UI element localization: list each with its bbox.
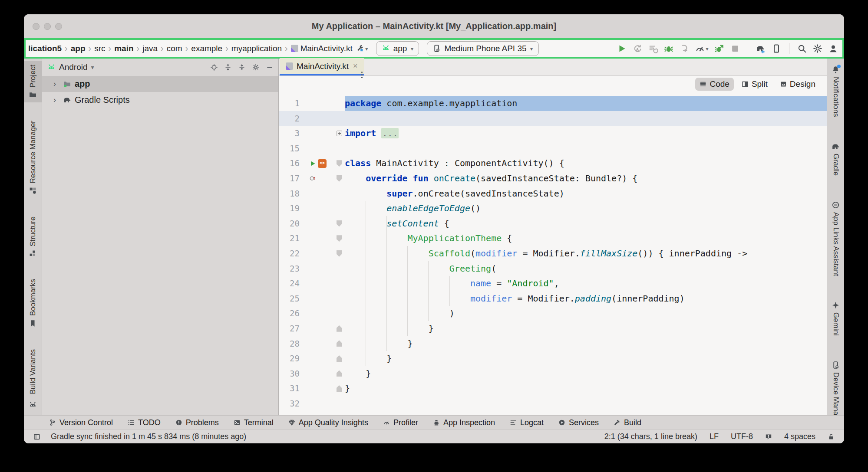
code-line-32[interactable]: 32 xyxy=(279,396,827,411)
run-button[interactable] xyxy=(617,44,627,53)
zoom-button[interactable] xyxy=(55,23,62,30)
attach-debugger-button[interactable] xyxy=(680,44,689,53)
expand-chevron-icon[interactable]: › xyxy=(53,95,59,105)
code-line-19[interactable]: 19 enableEdgeToEdge() xyxy=(279,201,827,216)
fold-marker-open[interactable] xyxy=(337,250,342,257)
debug-button[interactable] xyxy=(664,44,673,53)
code-line-1[interactable]: 1package com.example.myapplication xyxy=(279,96,827,111)
device-select[interactable]: Medium Phone API 35 ▾ xyxy=(427,41,538,56)
fold-marker-close[interactable] xyxy=(337,325,342,332)
expand-chevron-icon[interactable]: › xyxy=(53,79,59,88)
code-line-15[interactable]: 15 xyxy=(279,141,827,156)
toolwindow-button-todo[interactable]: TODO xyxy=(128,418,161,427)
toolwindow-button-problems[interactable]: Problems xyxy=(175,418,219,427)
code-line-31[interactable]: 31} xyxy=(279,381,827,396)
tool-stripe-build-variants[interactable]: Build Variants xyxy=(24,346,42,398)
code-line-16[interactable]: 16<>class MainActivity : ComponentActivi… xyxy=(279,156,827,171)
code-line-27[interactable]: 27 } xyxy=(279,321,827,336)
code-line-20[interactable]: 20 setContent { xyxy=(279,216,827,231)
tool-stripe-project[interactable]: Project xyxy=(24,61,42,102)
breadcrumb-java[interactable]: java xyxy=(142,44,158,53)
close-button[interactable] xyxy=(33,23,40,30)
tool-stripe-app-links-assistant[interactable]: App Links Assistant xyxy=(827,197,844,279)
minimize-button[interactable] xyxy=(44,23,51,30)
toolwindow-button-logcat[interactable]: Logcat xyxy=(510,418,544,427)
tab-mainactivity[interactable]: MainActivity.kt × xyxy=(280,58,364,75)
code-editor[interactable]: 1package com.example.myapplication23impo… xyxy=(279,92,827,415)
fold-marker-open[interactable] xyxy=(337,160,342,167)
file-encoding[interactable]: UTF-8 xyxy=(731,432,753,441)
mode-code-button[interactable]: Code xyxy=(695,78,733,91)
code-line-25[interactable]: 25 modifier = Modifier.padding(innerPadd… xyxy=(279,291,827,306)
code-line-3[interactable]: 3import ... xyxy=(279,126,827,141)
code-line-26[interactable]: 26 ) xyxy=(279,306,827,321)
code-line-23[interactable]: 23 Greeting( xyxy=(279,261,827,276)
device-manager-button[interactable] xyxy=(772,44,781,53)
gear-icon[interactable] xyxy=(252,64,259,71)
fold-marker-open[interactable] xyxy=(337,220,342,227)
run-gutter-icon[interactable] xyxy=(309,160,316,167)
breadcrumb-com[interactable]: com xyxy=(167,44,182,53)
breadcrumb-example[interactable]: example xyxy=(191,44,222,53)
fold-marker-close[interactable] xyxy=(337,370,342,377)
chevron-down-icon[interactable]: ▾ xyxy=(91,64,94,71)
toolwindow-button-version-control[interactable]: Version Control xyxy=(49,418,113,427)
fold-marker-open[interactable] xyxy=(337,175,342,182)
compose-preview-icon[interactable]: <> xyxy=(318,159,327,168)
breadcrumb-main[interactable]: main xyxy=(114,44,133,53)
mode-design-button[interactable]: Design xyxy=(776,78,820,91)
caret-position[interactable]: 2:1 (34 chars, 1 line break) xyxy=(604,432,697,441)
code-line-22[interactable]: 22 Scaffold(modifier = Modifier.fillMaxS… xyxy=(279,246,827,261)
target-icon[interactable] xyxy=(211,64,218,71)
code-line-21[interactable]: 21 MyApplicationTheme { xyxy=(279,231,827,246)
breadcrumb-src[interactable]: src xyxy=(94,44,105,53)
line-separator[interactable]: LF xyxy=(710,432,719,441)
fold-marker-close[interactable] xyxy=(337,385,342,392)
code-line-29[interactable]: 29 } xyxy=(279,351,827,366)
breadcrumb-myapplication[interactable]: myapplication xyxy=(231,44,282,53)
run-configuration-select[interactable]: app ▾ xyxy=(376,41,419,56)
build-tool-dropdown[interactable]: ▾ xyxy=(356,44,368,52)
toolwindow-button-build[interactable]: Build xyxy=(614,418,641,427)
apply-code-changes-button[interactable] xyxy=(648,44,658,53)
tree-item-app[interactable]: ›app xyxy=(42,76,278,92)
tool-stripe-gradle[interactable]: Gradle xyxy=(827,139,844,179)
code-line-28[interactable]: 28 } xyxy=(279,336,827,351)
fold-marker-open[interactable] xyxy=(337,235,342,242)
expand-all-icon[interactable] xyxy=(224,64,231,71)
layout-icon[interactable] xyxy=(33,433,40,440)
account-button[interactable] xyxy=(828,44,838,53)
inspections-ok-check-icon[interactable] xyxy=(279,413,281,415)
fold-marker-close[interactable] xyxy=(337,355,342,362)
mode-split-button[interactable]: Split xyxy=(737,78,772,91)
tool-stripe-resource-manager[interactable]: Resource Manager xyxy=(24,117,42,198)
tool-stripe-structure[interactable]: Structure xyxy=(24,213,42,261)
code-line-17[interactable]: 17 override fun onCreate(savedInstanceSt… xyxy=(279,171,827,186)
indent-setting[interactable]: 4 spaces xyxy=(784,432,815,441)
stop-button[interactable] xyxy=(730,44,740,53)
code-line-2[interactable]: 2 xyxy=(279,111,827,126)
code-line-18[interactable]: 18 super.onCreate(savedInstanceState) xyxy=(279,186,827,201)
tree-item-gradle-scripts[interactable]: ›Gradle Scripts xyxy=(42,92,278,108)
unlock-icon[interactable] xyxy=(828,433,835,440)
breadcrumb-mainactivity.kt[interactable]: MainActivity.kt xyxy=(291,44,353,53)
overrides-method-icon[interactable] xyxy=(309,175,316,182)
apply-changes-button[interactable] xyxy=(633,44,642,53)
toolwindow-button-app-quality-insights[interactable]: App Quality Insights xyxy=(288,418,368,427)
settings-button[interactable] xyxy=(813,44,822,53)
collapse-all-icon[interactable] xyxy=(238,64,245,71)
tool-stripe-bookmarks[interactable]: Bookmarks xyxy=(24,275,42,331)
fold-marker-close[interactable] xyxy=(337,340,342,347)
toolwindow-button-profiler[interactable]: Profiler xyxy=(383,418,418,427)
tool-stripe-running-devices[interactable] xyxy=(24,397,42,413)
minus-icon[interactable] xyxy=(266,64,273,71)
tab-close-icon[interactable]: × xyxy=(353,62,358,71)
toolwindow-button-app-inspection[interactable]: App Inspection xyxy=(433,418,495,427)
search-everywhere-button[interactable] xyxy=(797,44,807,53)
code-line-24[interactable]: 24 name = "Android", xyxy=(279,276,827,291)
fold-marker-plus[interactable] xyxy=(337,131,342,136)
breadcrumb-lication5[interactable]: lication5 xyxy=(28,44,62,53)
tool-stripe-gemini[interactable]: Gemini xyxy=(827,298,844,339)
tool-stripe-notifications[interactable]: Notifications xyxy=(827,62,844,121)
code-line-30[interactable]: 30 } xyxy=(279,366,827,381)
